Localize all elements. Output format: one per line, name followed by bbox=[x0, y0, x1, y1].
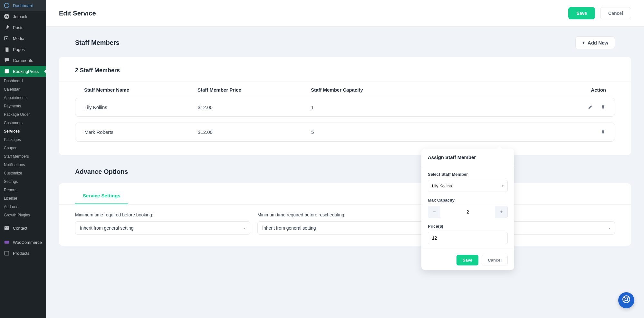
sub-license[interactable]: License bbox=[0, 194, 46, 203]
edit-icon[interactable] bbox=[588, 104, 593, 111]
main-area: Edit Service Save Cancel Staff Members +… bbox=[46, 0, 644, 318]
dashboard-icon bbox=[4, 3, 10, 8]
comments-icon bbox=[4, 57, 10, 63]
sidebar-item-bookingpress[interactable]: BookingPress bbox=[0, 66, 46, 77]
max-capacity-label: Max Capacity bbox=[428, 198, 508, 203]
select-min-reschedule[interactable]: Inherit from general setting ▾ bbox=[257, 221, 433, 235]
svg-rect-7 bbox=[5, 241, 9, 244]
sidebar-label: WooCommerce bbox=[13, 240, 42, 245]
price-label: Price($) bbox=[428, 224, 508, 229]
sub-settings[interactable]: Settings bbox=[0, 177, 46, 186]
sidebar-label: Products bbox=[13, 251, 29, 256]
sidebar-item-woocommerce[interactable]: WooCommerce bbox=[0, 237, 46, 248]
select-staff-dropdown[interactable]: Lily Kollins ▾ bbox=[428, 180, 508, 192]
add-new-label: Add New bbox=[588, 40, 608, 45]
table-row: Lily Kollins $12.00 1 bbox=[75, 98, 615, 117]
svg-rect-6 bbox=[5, 226, 9, 230]
advance-card: Service Settings Minimum time required b… bbox=[59, 183, 631, 246]
cell-price: $12.00 bbox=[198, 129, 311, 135]
sidebar-item-contact[interactable]: Contact bbox=[0, 223, 46, 234]
lifebuoy-icon bbox=[622, 295, 630, 305]
chevron-down-icon: ▾ bbox=[609, 226, 610, 230]
sub-coupon[interactable]: Coupon bbox=[0, 144, 46, 152]
select-staff-value: Lily Kollins bbox=[432, 184, 452, 188]
cell-price: $12.00 bbox=[198, 104, 311, 110]
sidebar-item-jetpack[interactable]: Jetpack bbox=[0, 11, 46, 22]
pages-icon bbox=[4, 46, 10, 52]
stepper-value: 2 bbox=[440, 206, 495, 218]
page-title: Edit Service bbox=[59, 10, 96, 17]
jetpack-icon bbox=[4, 14, 10, 19]
sub-reports[interactable]: Reports bbox=[0, 186, 46, 194]
wp-sidebar: Dashboard Jetpack Posts Media Pages Comm… bbox=[0, 0, 46, 318]
cell-cap: 1 bbox=[311, 104, 567, 110]
sub-packages[interactable]: Packages bbox=[0, 135, 46, 144]
assign-staff-popover: Assign Staff Member Select Staff Member … bbox=[421, 149, 514, 270]
sub-staff-members[interactable]: Staff Members bbox=[0, 152, 46, 161]
pin-icon bbox=[4, 25, 10, 30]
sub-payments[interactable]: Payments bbox=[0, 102, 46, 110]
popover-save-button[interactable]: Save bbox=[457, 255, 478, 265]
sub-appointments[interactable]: Appointments bbox=[0, 94, 46, 102]
booking-icon bbox=[4, 68, 10, 74]
delete-icon[interactable] bbox=[601, 104, 606, 111]
sidebar-item-comments[interactable]: Comments bbox=[0, 55, 46, 66]
save-button[interactable]: Save bbox=[568, 7, 595, 19]
sidebar-item-media[interactable]: Media bbox=[0, 33, 46, 44]
sub-customers[interactable]: Customers bbox=[0, 119, 46, 127]
staff-card: 2 Staff Members Staff Member Name Staff … bbox=[59, 57, 631, 155]
sidebar-item-posts[interactable]: Posts bbox=[0, 22, 46, 33]
sidebar-label: Posts bbox=[13, 25, 24, 30]
sidebar-item-products[interactable]: Products bbox=[0, 248, 46, 259]
advance-title: Advance Options bbox=[59, 168, 631, 175]
sub-services[interactable]: Services bbox=[0, 127, 46, 135]
media-icon bbox=[4, 35, 10, 41]
cell-name: Mark Roberts bbox=[84, 129, 198, 135]
sidebar-item-dashboard[interactable]: Dashboard bbox=[0, 0, 46, 11]
sub-calendar[interactable]: Calendar bbox=[0, 85, 46, 94]
sidebar-label: Dashboard bbox=[13, 3, 34, 8]
sidebar-label: Jetpack bbox=[13, 14, 27, 19]
table-header: Staff Member Name Staff Member Price Sta… bbox=[75, 82, 615, 98]
field-label: Minimum time required before reschedulin… bbox=[257, 212, 433, 217]
cell-name: Lily Kollins bbox=[84, 104, 198, 110]
svg-rect-4 bbox=[5, 48, 8, 52]
sub-notifications[interactable]: Notifications bbox=[0, 161, 46, 169]
stepper-decrement[interactable]: − bbox=[428, 206, 440, 218]
select-value: Inherit from general setting bbox=[80, 225, 134, 231]
popover-title: Assign Staff Member bbox=[421, 149, 514, 166]
svg-point-10 bbox=[625, 298, 628, 301]
select-min-booking[interactable]: Inherit from general setting ▾ bbox=[75, 221, 250, 235]
field-label: Minimum time required before booking: bbox=[75, 212, 250, 217]
add-new-button[interactable]: + Add New bbox=[575, 36, 615, 49]
staff-section-title: Staff Members bbox=[75, 39, 120, 46]
select-staff-label: Select Staff Member bbox=[428, 172, 508, 177]
select-value: Inherit from general setting bbox=[262, 225, 316, 231]
plus-icon: + bbox=[582, 40, 585, 45]
stepper-increment[interactable]: + bbox=[495, 206, 507, 218]
email-icon bbox=[4, 225, 10, 231]
sub-customize[interactable]: Customize bbox=[0, 169, 46, 177]
sub-dashboard[interactable]: Dashboard bbox=[0, 77, 46, 85]
svg-point-1 bbox=[4, 14, 9, 19]
tab-service-settings[interactable]: Service Settings bbox=[75, 190, 128, 204]
sub-addons[interactable]: Add-ons bbox=[0, 203, 46, 211]
help-fab[interactable] bbox=[618, 292, 634, 308]
delete-icon[interactable] bbox=[601, 129, 606, 135]
sidebar-item-pages[interactable]: Pages bbox=[0, 44, 46, 55]
sidebar-label: Comments bbox=[13, 58, 33, 63]
sub-growth-plugins[interactable]: Growth Plugins bbox=[0, 211, 46, 219]
price-input[interactable] bbox=[428, 232, 508, 244]
content: Staff Members + Add New 2 Staff Members … bbox=[46, 27, 644, 255]
col-action: Action bbox=[567, 87, 606, 93]
svg-rect-8 bbox=[5, 251, 9, 255]
staff-count: 2 Staff Members bbox=[59, 65, 631, 82]
topbar: Edit Service Save Cancel bbox=[46, 0, 644, 27]
sidebar-label: BookingPress bbox=[13, 69, 39, 74]
col-name: Staff Member Name bbox=[84, 87, 197, 93]
capacity-stepper: − 2 + bbox=[428, 206, 508, 218]
svg-point-9 bbox=[623, 296, 630, 303]
sub-package-order[interactable]: Package Order bbox=[0, 110, 46, 119]
cancel-button[interactable]: Cancel bbox=[600, 7, 631, 19]
popover-cancel-button[interactable]: Cancel bbox=[482, 255, 508, 265]
